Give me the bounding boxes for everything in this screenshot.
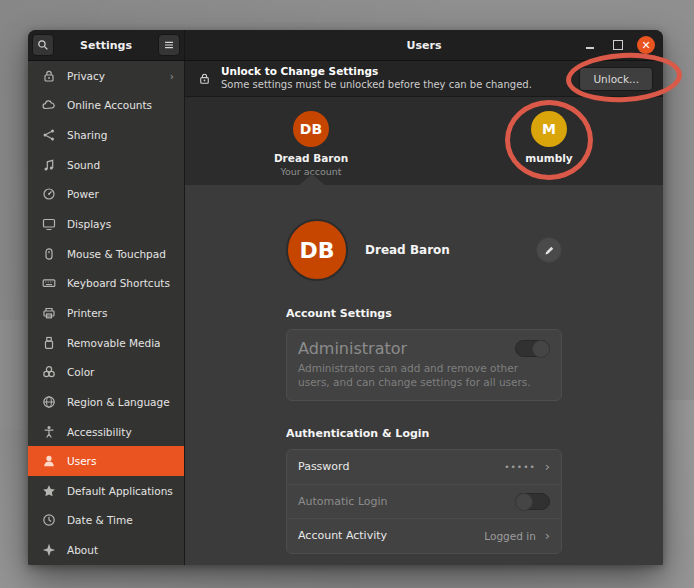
sidebar-item-sound[interactable]: Sound › [28, 150, 184, 180]
carousel-user-dread-baron[interactable]: DB Dread Baron Your account [266, 111, 356, 177]
lock-icon [41, 68, 57, 84]
avatar: M [531, 111, 567, 147]
accessibility-icon [41, 424, 57, 440]
share-icon [41, 127, 57, 143]
star-icon [41, 483, 57, 499]
unlock-button[interactable]: Unlock... [579, 67, 653, 91]
administrator-description: Administrators can add and remove other … [298, 362, 550, 390]
display-icon [41, 216, 57, 232]
color-icon [41, 364, 57, 380]
menu-button[interactable] [158, 34, 180, 56]
panel-body: DB Dread Baron Account Settings Administ… [185, 185, 663, 565]
clock-icon [41, 512, 57, 528]
headerbar: Settings Users ✕ [28, 30, 663, 61]
sidebar-item-power[interactable]: Power › [28, 180, 184, 210]
power-icon [41, 186, 57, 202]
keyboard-icon [41, 275, 57, 291]
password-value: ••••• [504, 462, 536, 472]
administrator-toggle[interactable] [515, 340, 550, 357]
sidebar-item-printers[interactable]: Printers › [28, 298, 184, 328]
sidebar-item-default-applications[interactable]: Default Applications › [28, 476, 184, 506]
carousel-user-mumbly[interactable]: M mumbly [504, 111, 594, 164]
sidebar-item-color[interactable]: Color › [28, 357, 184, 387]
lock-icon [197, 71, 212, 86]
edit-name-button[interactable] [536, 237, 562, 263]
profile-row: DB Dread Baron [286, 219, 562, 281]
sidebar: Privacy › Online Accounts › Sharing › So… [28, 61, 185, 565]
chevron-right-icon: › [170, 70, 174, 82]
sidebar-item-online-accounts[interactable]: Online Accounts › [28, 91, 184, 121]
search-button[interactable] [32, 34, 54, 56]
account-activity-value: Logged in [484, 530, 535, 542]
carousel-user-name: Dread Baron [266, 152, 356, 164]
administrator-label: Administrator [298, 339, 407, 358]
close-button[interactable]: ✕ [637, 36, 655, 54]
chevron-right-icon: › [545, 528, 550, 543]
sidebar-item-privacy[interactable]: Privacy › [28, 61, 184, 91]
main-header: Users ✕ [185, 30, 663, 60]
account-settings-card: Administrator Administrators can add and… [286, 329, 562, 401]
about-icon [41, 542, 57, 558]
sidebar-item-keyboard-shortcuts[interactable]: Keyboard Shortcuts › [28, 268, 184, 298]
users-icon [41, 453, 57, 469]
profile-name: Dread Baron [365, 243, 450, 257]
carousel-user-name: mumbly [504, 152, 594, 164]
maximize-button[interactable] [609, 36, 627, 54]
hamburger-menu-icon [162, 38, 176, 52]
user-carousel: DB Dread Baron Your account M mumbly [185, 97, 663, 185]
app-title: Settings [54, 39, 158, 52]
globe-icon [41, 394, 57, 410]
settings-window: Settings Users ✕ Privacy › Onli [28, 30, 663, 565]
account-settings-heading: Account Settings [286, 307, 562, 320]
sidebar-item-region-language[interactable]: Region & Language › [28, 387, 184, 417]
cloud-icon [41, 97, 57, 113]
mouse-icon [41, 246, 57, 262]
sidebar-item-users[interactable]: Users › [28, 446, 184, 476]
chevron-right-icon: › [545, 459, 550, 474]
auth-login-card: Password ••••• › Automatic Login [286, 449, 562, 554]
profile-avatar: DB [286, 219, 348, 281]
selected-user-caret [299, 174, 325, 185]
pencil-icon [543, 244, 556, 257]
minimize-button[interactable] [581, 36, 599, 54]
sidebar-item-sharing[interactable]: Sharing › [28, 120, 184, 150]
automatic-login-row: Automatic Login [287, 484, 561, 518]
search-icon [36, 38, 50, 52]
avatar: DB [293, 111, 329, 147]
unlock-banner-title: Unlock to Change Settings [221, 65, 532, 79]
users-panel: Unlock to Change Settings Some settings … [185, 61, 663, 565]
sidebar-item-displays[interactable]: Displays › [28, 209, 184, 239]
removable-media-icon [41, 335, 57, 351]
account-activity-row[interactable]: Account Activity Logged in › [287, 518, 561, 552]
sidebar-item-date-time[interactable]: Date & Time › [28, 506, 184, 536]
sidebar-item-about[interactable]: About › [28, 535, 184, 565]
password-row[interactable]: Password ••••• › [287, 450, 561, 484]
unlock-banner-subtitle: Some settings must be unlocked before th… [221, 79, 532, 92]
automatic-login-toggle[interactable] [515, 493, 550, 510]
auth-login-heading: Authentication & Login [286, 427, 562, 440]
sidebar-item-mouse-touchpad[interactable]: Mouse & Touchpad › [28, 239, 184, 269]
sidebar-item-removable-media[interactable]: Removable Media › [28, 328, 184, 358]
sidebar-item-accessibility[interactable]: Accessibility › [28, 417, 184, 447]
sidebar-header: Settings [28, 30, 185, 60]
sound-icon [41, 157, 57, 173]
unlock-banner: Unlock to Change Settings Some settings … [185, 61, 663, 97]
printer-icon [41, 305, 57, 321]
window-controls: ✕ [581, 36, 655, 54]
